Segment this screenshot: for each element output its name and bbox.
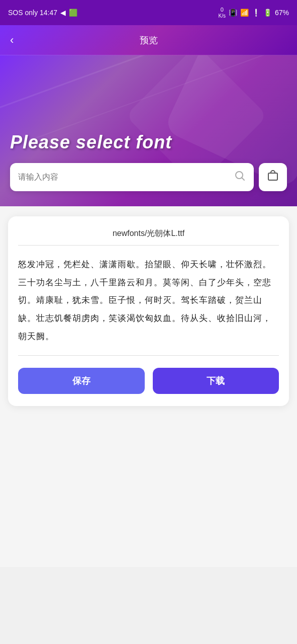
- network-speed: 0K/s: [219, 7, 226, 19]
- content-area: newfonts/光朝体L.ttf 怒发冲冠，凭栏处、潇潇雨歇。抬望眼、仰天长啸…: [0, 206, 297, 416]
- font-preview-text: 怒发冲冠，凭栏处、潇潇雨歇。抬望眼、仰天长啸，壮怀激烈。三十功名尘与土，八千里路…: [18, 256, 279, 345]
- status-right: 0K/s 📳 📶 ❕ 🔋 67%: [219, 7, 289, 19]
- hero-section: Please select font: [0, 55, 297, 206]
- svg-rect-2: [268, 173, 277, 180]
- decorative-line-2: [33, 55, 269, 139]
- top-divider: [18, 245, 279, 246]
- wifi-icon: 📶: [240, 9, 249, 17]
- bottom-divider: [18, 355, 279, 356]
- decorative-line-1: [0, 55, 180, 111]
- search-row: [10, 163, 287, 191]
- nav-title: 预览: [140, 34, 158, 46]
- location-icon: ◀: [60, 9, 66, 17]
- hero-title: Please select font: [10, 131, 172, 153]
- cart-button[interactable]: [259, 163, 287, 191]
- battery-icon: 🔋: [263, 9, 272, 17]
- bottom-space: [0, 416, 297, 567]
- search-box: [10, 163, 254, 191]
- status-left: SOS only 14:47 ◀ 🟩: [8, 9, 77, 17]
- battery-alert-icon: ❕: [252, 9, 260, 17]
- download-button[interactable]: 下载: [153, 368, 279, 394]
- action-buttons: 保存 下载: [18, 368, 279, 394]
- status-text: SOS only 14:47: [8, 9, 57, 17]
- search-input[interactable]: [18, 173, 234, 182]
- cart-icon: [266, 169, 279, 185]
- save-button[interactable]: 保存: [18, 368, 145, 394]
- font-file-name: newfonts/光朝体L.ttf: [18, 228, 279, 239]
- back-button[interactable]: ‹: [10, 34, 14, 47]
- svg-line-1: [242, 178, 245, 181]
- search-icon: [234, 170, 246, 185]
- nav-bar: ‹ 预览: [0, 25, 297, 55]
- app-status-icon: 🟩: [69, 9, 77, 17]
- vibrate-icon: 📳: [229, 9, 237, 17]
- status-bar: SOS only 14:47 ◀ 🟩 0K/s 📳 📶 ❕ 🔋 67%: [0, 0, 297, 25]
- battery-percent: 67%: [275, 9, 289, 17]
- font-card: newfonts/光朝体L.ttf 怒发冲冠，凭栏处、潇潇雨歇。抬望眼、仰天长啸…: [8, 216, 289, 406]
